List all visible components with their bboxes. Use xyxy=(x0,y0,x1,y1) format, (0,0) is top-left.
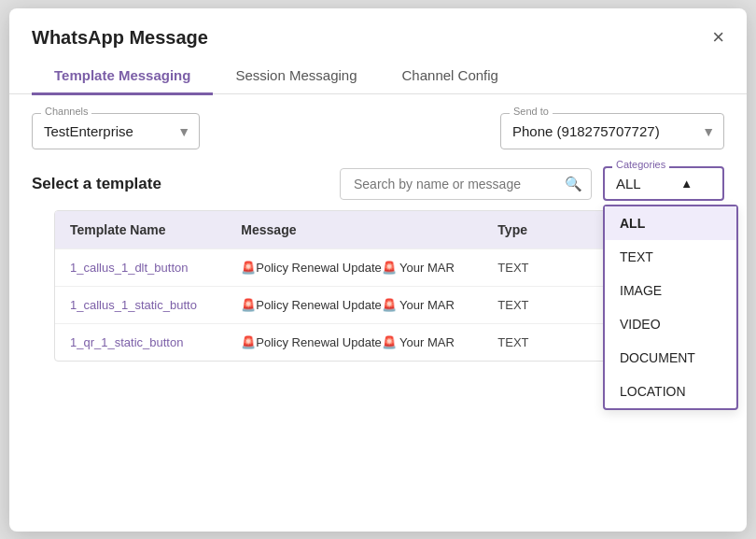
categories-wrapper: Categories ALL ▲ ALL TEXT IMAGE VIDEO DO… xyxy=(603,166,724,201)
channels-select[interactable]: TestEnterprise xyxy=(32,113,200,149)
template-message-3: 🚨Policy Renewal Update🚨 Your MAR xyxy=(241,335,497,349)
template-type-2: TEXT xyxy=(497,298,600,312)
categories-select-box[interactable]: ALL ▲ xyxy=(603,166,724,201)
channels-field-group: Channels TestEnterprise ▼ xyxy=(32,113,200,149)
template-section: Select a template 🔍 Categories ALL ▲ xyxy=(9,149,747,362)
fields-row: Channels TestEnterprise ▼ Send to Phone … xyxy=(9,94,747,149)
search-wrapper: 🔍 xyxy=(340,168,592,200)
template-type-1: TEXT xyxy=(497,261,600,275)
tab-template-messaging[interactable]: Template Messaging xyxy=(32,58,213,95)
categories-selected-value: ALL xyxy=(616,176,641,191)
col-header-template-name: Template Name xyxy=(70,222,241,237)
category-option-video[interactable]: VIDEO xyxy=(605,307,736,341)
categories-label: Categories xyxy=(612,159,669,170)
categories-dropdown-menu: ALL TEXT IMAGE VIDEO DOCUMENT LOCATION xyxy=(603,205,738,410)
col-header-message: Message xyxy=(241,222,497,237)
template-name-1[interactable]: 1_callus_1_dlt_button xyxy=(70,261,241,275)
col-header-type: Type xyxy=(497,222,600,237)
category-option-text[interactable]: TEXT xyxy=(605,240,736,274)
channels-select-wrapper: TestEnterprise ▼ xyxy=(32,113,200,149)
tab-session-messaging[interactable]: Session Messaging xyxy=(213,58,379,95)
send-to-select-wrapper: Phone (918275707727) ▼ xyxy=(500,113,724,149)
template-type-3: TEXT xyxy=(497,335,600,349)
search-input[interactable] xyxy=(340,168,592,200)
select-template-label: Select a template xyxy=(32,175,161,193)
whatsapp-message-modal: WhatsApp Message × Template Messaging Se… xyxy=(9,8,747,532)
template-name-2[interactable]: 1_callus_1_static_butto xyxy=(70,298,241,312)
category-option-all[interactable]: ALL xyxy=(605,206,736,240)
template-message-2: 🚨Policy Renewal Update🚨 Your MAR xyxy=(241,298,497,312)
channels-label: Channels xyxy=(41,106,91,117)
categories-chevron-icon: ▲ xyxy=(680,177,693,191)
modal-title: WhatsApp Message xyxy=(32,27,208,49)
search-and-categories: 🔍 Categories ALL ▲ ALL TEXT IMAGE VIDEO xyxy=(340,166,724,201)
tab-channel-config[interactable]: Channel Config xyxy=(380,58,521,95)
category-option-document[interactable]: DOCUMENT xyxy=(605,341,736,375)
category-option-location[interactable]: LOCATION xyxy=(605,375,736,408)
close-button[interactable]: × xyxy=(712,27,724,48)
template-name-3[interactable]: 1_qr_1_static_button xyxy=(70,335,241,349)
send-to-field-group: Send to Phone (918275707727) ▼ xyxy=(500,113,724,149)
category-option-image[interactable]: IMAGE xyxy=(605,274,736,307)
template-section-header: Select a template 🔍 Categories ALL ▲ xyxy=(32,166,724,201)
send-to-select[interactable]: Phone (918275707727) xyxy=(500,113,724,149)
template-message-1: 🚨Policy Renewal Update🚨 Your MAR xyxy=(241,261,497,275)
send-to-label: Send to xyxy=(510,106,553,117)
tabs-row: Template Messaging Session Messaging Cha… xyxy=(9,58,747,95)
modal-header: WhatsApp Message × xyxy=(9,8,747,49)
